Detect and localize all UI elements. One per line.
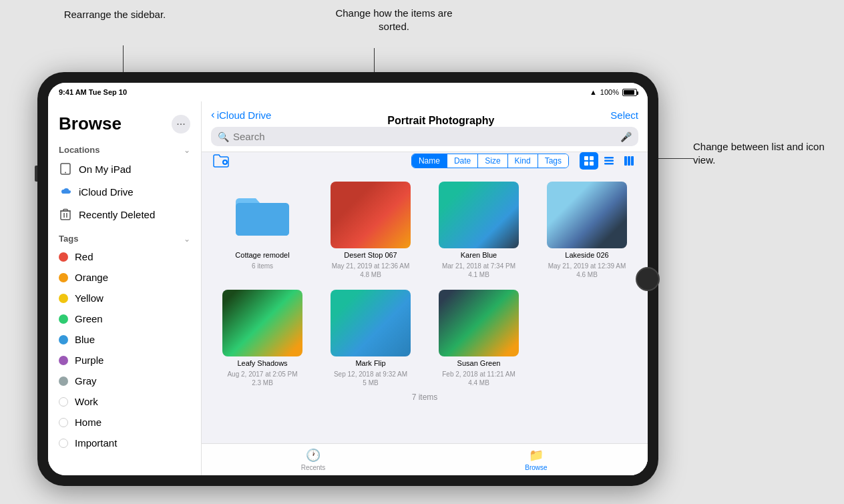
svg-rect-7 bbox=[590, 162, 594, 166]
yellow-tag-dot bbox=[59, 294, 68, 303]
sidebar-dots-button[interactable]: ··· bbox=[172, 115, 190, 134]
work-tag-label: Work bbox=[75, 396, 98, 407]
recents-icon: 🕐 bbox=[306, 448, 321, 463]
gray-tag-dot bbox=[59, 376, 68, 386]
tab-bar: 🕐 Recents 📁 Browse bbox=[202, 443, 648, 475]
sort-tab-date[interactable]: Date bbox=[447, 154, 478, 168]
tab-recents[interactable]: 🕐 Recents bbox=[202, 448, 425, 471]
sidebar-item-tag-gray[interactable]: Gray bbox=[48, 370, 201, 391]
sidebar-item-recently-deleted[interactable]: Recently Deleted bbox=[48, 203, 201, 226]
file-item-lakeside[interactable]: Lakeside 026 May 21, 2019 at 12:39 AM4.6… bbox=[537, 182, 637, 279]
sidebar-item-on-my-ipad[interactable]: On My iPad bbox=[48, 158, 201, 180]
cloud-icon bbox=[59, 185, 72, 198]
select-button[interactable]: Select bbox=[610, 109, 638, 121]
mic-icon[interactable]: 🎤 bbox=[620, 132, 632, 142]
new-folder-button[interactable] bbox=[211, 153, 231, 169]
sidebar-item-tag-home[interactable]: Home bbox=[48, 412, 201, 433]
sidebar-item-tag-blue[interactable]: Blue bbox=[48, 329, 201, 350]
sidebar-header: Browse ··· bbox=[48, 108, 201, 137]
home-button[interactable] bbox=[636, 267, 660, 291]
blue-tag-dot bbox=[59, 335, 68, 344]
file-item-desert-stop[interactable]: Desert Stop 067 May 21, 2019 at 12:36 AM… bbox=[321, 182, 421, 279]
file-name-desert: Desert Stop 067 bbox=[344, 251, 397, 259]
side-button bbox=[35, 166, 37, 182]
tags-chevron: ⌄ bbox=[184, 234, 190, 244]
status-bar: 9:41 AM Tue Sep 10 ▲ 100% bbox=[48, 83, 648, 101]
sidebar-item-tag-purple[interactable]: Purple bbox=[48, 350, 201, 370]
svg-rect-12 bbox=[628, 156, 630, 166]
trash-icon bbox=[59, 208, 72, 221]
red-tag-dot bbox=[59, 252, 68, 262]
sort-tab-size[interactable]: Size bbox=[478, 154, 507, 168]
back-button[interactable]: ‹ iCloud Drive bbox=[211, 108, 271, 121]
sort-tab-name[interactable]: Name bbox=[412, 154, 447, 168]
green-tag-dot bbox=[59, 314, 68, 324]
sidebar-item-icloud-drive[interactable]: iCloud Drive bbox=[48, 180, 201, 203]
sidebar-item-tag-yellow[interactable]: Yellow bbox=[48, 288, 201, 308]
file-thumb-karen bbox=[439, 182, 519, 248]
back-label: iCloud Drive bbox=[217, 109, 272, 121]
svg-rect-10 bbox=[604, 163, 614, 165]
blue-tag-label: Blue bbox=[75, 334, 95, 345]
locations-section-header: Locations ⌄ bbox=[48, 137, 201, 158]
battery-icon bbox=[622, 89, 637, 96]
file-item-cottage-remodel[interactable]: Cottage remodel 6 items bbox=[212, 182, 312, 279]
file-item-karen-blue[interactable]: Karen Blue Mar 21, 2018 at 7:34 PM4.1 MB bbox=[429, 182, 529, 279]
main-content: ‹ iCloud Drive Portrait Photography Sele… bbox=[202, 101, 648, 475]
icloud-drive-label: iCloud Drive bbox=[79, 186, 134, 198]
file-name-mark: Mark Flip bbox=[355, 359, 385, 367]
tags-label: Tags bbox=[59, 234, 78, 244]
ipad-screen: 9:41 AM Tue Sep 10 ▲ 100% Browse ··· bbox=[48, 83, 648, 475]
file-item-mark-flip[interactable]: Mark Flip Sep 12, 2018 at 9:32 AM5 MB bbox=[321, 290, 421, 387]
column-view-button[interactable] bbox=[620, 152, 638, 170]
yellow-tag-label: Yellow bbox=[75, 292, 103, 304]
file-name-susan: Susan Green bbox=[457, 359, 501, 367]
svg-rect-2 bbox=[61, 211, 70, 220]
sort-tab-tags[interactable]: Tags bbox=[538, 154, 568, 168]
items-count: 7 items bbox=[212, 387, 637, 407]
search-bar[interactable]: 🔍 🎤 bbox=[211, 127, 638, 146]
svg-rect-4 bbox=[584, 156, 588, 160]
sort-tabs: Name Date Size Kind Tags bbox=[411, 154, 569, 168]
icon-view-button[interactable] bbox=[580, 152, 598, 170]
file-thumb-lakeside bbox=[547, 182, 627, 248]
file-meta-lakeside: May 21, 2019 at 12:39 AM4.6 MB bbox=[548, 262, 626, 279]
file-thumb-cottage bbox=[222, 182, 302, 248]
file-name-karen: Karen Blue bbox=[461, 251, 497, 259]
sidebar-item-tag-important[interactable]: Important bbox=[48, 433, 201, 453]
file-meta-desert: May 21, 2019 at 12:36 AM4.8 MB bbox=[332, 262, 410, 279]
file-name-lakeside: Lakeside 026 bbox=[565, 251, 608, 259]
search-input[interactable] bbox=[233, 131, 616, 142]
sidebar-item-tag-green[interactable]: Green bbox=[48, 308, 201, 329]
nav-title: Portrait Photography bbox=[387, 115, 494, 127]
file-meta-mark: Sep 12, 2018 at 9:32 AM5 MB bbox=[334, 370, 407, 387]
annotation-rearrange: Rearrange the sidebar. bbox=[48, 8, 182, 21]
list-view-button[interactable] bbox=[600, 152, 618, 170]
file-meta-karen: Mar 21, 2018 at 7:34 PM4.1 MB bbox=[442, 262, 515, 279]
recents-label: Recents bbox=[301, 464, 326, 471]
orange-tag-dot bbox=[59, 273, 68, 282]
locations-chevron: ⌄ bbox=[184, 146, 190, 155]
svg-rect-6 bbox=[584, 162, 588, 166]
sidebar-item-tag-red[interactable]: Red bbox=[48, 246, 201, 267]
svg-rect-9 bbox=[604, 160, 614, 162]
ipad-icon bbox=[59, 162, 72, 176]
svg-rect-11 bbox=[624, 156, 627, 166]
sort-tab-kind[interactable]: Kind bbox=[508, 154, 538, 168]
annotation-view: Change between list and icon view. bbox=[693, 140, 833, 166]
tags-section-header: Tags ⌄ bbox=[48, 226, 201, 246]
svg-rect-8 bbox=[604, 157, 614, 159]
nav-bar: ‹ iCloud Drive Portrait Photography Sele… bbox=[202, 101, 648, 152]
sidebar-item-tag-work[interactable]: Work bbox=[48, 391, 201, 412]
tab-browse[interactable]: 📁 Browse bbox=[425, 448, 648, 471]
wifi-icon: ▲ bbox=[590, 88, 597, 96]
browse-icon: 📁 bbox=[529, 448, 544, 463]
view-controls bbox=[580, 152, 638, 170]
sidebar-item-tag-orange[interactable]: Orange bbox=[48, 267, 201, 288]
folder-icon-cottage bbox=[232, 190, 292, 240]
gray-tag-label: Gray bbox=[75, 375, 97, 387]
svg-rect-5 bbox=[590, 156, 594, 160]
file-item-susan-green[interactable]: Susan Green Feb 2, 2018 at 11:21 AM4.4 M… bbox=[429, 290, 529, 387]
green-tag-label: Green bbox=[75, 313, 103, 324]
file-item-leafy-shadows[interactable]: Leafy Shadows Aug 2, 2017 at 2:05 PM2.3 … bbox=[212, 290, 312, 387]
